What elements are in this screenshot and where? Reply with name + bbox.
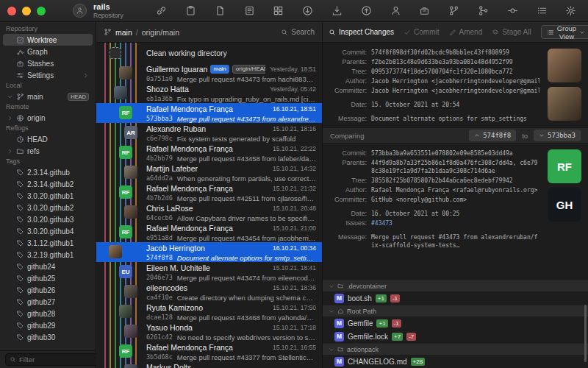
commit-row[interactable]: RFRafael Mendonça França15.10.21, 16:553…: [96, 342, 322, 361]
commit-row[interactable]: RFRafael Mendonça França15.10.21, 21:00e…: [96, 222, 322, 242]
compare-to-dropdown[interactable]: 573bba3: [534, 130, 581, 141]
sidebar-item-github28[interactable]: github28: [3, 308, 93, 319]
chevron-down-icon[interactable]: [329, 308, 334, 314]
sidebar-item-3-2-19-github1[interactable]: 3.2.19.github1: [3, 249, 93, 261]
sidebar-item-github29[interactable]: github29: [3, 319, 93, 331]
sidebar-item-3-0-20-github3[interactable]: 3.0.20.github3: [3, 213, 93, 225]
commit-row[interactable]: Guillermo Iguaranmainorigin/HEAD…Yesterd…: [96, 63, 322, 83]
commit-row[interactable]: EUEileen M. Uchitelle15.10.21, 18:412046…: [96, 262, 322, 282]
close-window-button[interactable]: [7, 7, 16, 15]
sidebar-item-github26[interactable]: github26: [3, 284, 93, 296]
zoom-window-button[interactable]: [37, 7, 46, 15]
list-button[interactable]: [535, 4, 548, 18]
sidebar-item-main[interactable]: mainHEAD: [3, 91, 93, 102]
tag-icon: [16, 322, 24, 330]
commit-row[interactable]: ARAlexandre Ruban15.10.21, 18:16c6e798cF…: [96, 123, 322, 143]
push-button[interactable]: [359, 4, 373, 18]
chevron-right-icon[interactable]: [7, 115, 13, 121]
commit-row[interactable]: RFRafael Mendonça França16.10.21, 18:515…: [96, 103, 322, 123]
commit-row[interactable]: RFRafael Mendonça França15.10.21, 22:224…: [96, 143, 322, 163]
field-label: Message:: [330, 115, 367, 123]
commit-row[interactable]: Martijn Lafeber15.10.21, 14:32a64dd2aWhe…: [96, 163, 322, 183]
tab-commit[interactable]: Commit: [404, 28, 439, 36]
branch-icon: [104, 28, 112, 36]
commit-avatar: [119, 66, 132, 79]
file-row[interactable]: MGemfile+1-1: [323, 316, 588, 330]
commit-dot-button[interactable]: [506, 4, 519, 18]
commit-row[interactable]: Shozo HattaYesterday, 05:42eb1a36bFix ty…: [96, 83, 322, 103]
current-branch-label[interactable]: main: [115, 28, 132, 37]
merge-button[interactable]: [476, 4, 490, 18]
group-view-dropdown[interactable]: Group View: [541, 25, 588, 39]
clipboard-button[interactable]: [184, 4, 197, 18]
branch-button[interactable]: [448, 4, 461, 18]
commit-row[interactable]: Yasuo Honda15.10.21, 17:186261c42No need…: [96, 322, 322, 342]
sidebar-item-stashes[interactable]: Stashes: [3, 57, 93, 69]
notes-button[interactable]: [243, 4, 256, 18]
sidebar-item-3-0-20-github4[interactable]: 3.0.20.github4: [3, 225, 93, 237]
sidebar-item-github25[interactable]: github25: [3, 272, 93, 284]
search-icon: [10, 356, 16, 363]
working-directory-row[interactable]: Clean working directory: [96, 43, 322, 63]
commit-row[interactable]: RFRafael Mendonça França15.10.21, 21:324…: [96, 183, 322, 202]
sidebar-item-2-3-14-github[interactable]: 2.3.14.github: [3, 166, 93, 178]
sidebar-item-label: github24: [27, 263, 89, 271]
sidebar-item-graph[interactable]: Graph: [3, 46, 93, 57]
file-group-row[interactable]: .devcontainer: [323, 280, 588, 291]
file-row[interactable]: MGemfile.lock+7-7: [323, 330, 588, 343]
grid-button[interactable]: [272, 4, 285, 18]
field-value: 573bba3ba9a653551e078802e09e8585e03dd49a: [371, 149, 539, 158]
tab-inspect-changes[interactable]: Inspect Changes: [329, 28, 394, 36]
commit-row[interactable]: Ryuta Kamizono15.10.21, 17:50dcae128Merg…: [96, 302, 322, 322]
sidebar-item-3-0-20-github2[interactable]: 3.0.20.github2: [3, 202, 93, 213]
pull-button[interactable]: [330, 4, 343, 18]
sidebar-item-github24[interactable]: github24: [3, 261, 93, 272]
chevron-down-icon[interactable]: [7, 93, 13, 100]
sidebar-item-head[interactable]: HEAD: [3, 133, 93, 145]
chevron-right-icon[interactable]: [7, 148, 13, 155]
gear-button[interactable]: [564, 4, 578, 18]
link-button[interactable]: [155, 4, 168, 18]
sidebar-item-settings[interactable]: Settings: [3, 69, 93, 81]
commit-row[interactable]: Chris LaRose15.10.21, 20:4864cecb6Allow …: [96, 202, 322, 222]
fetch-button[interactable]: [301, 4, 315, 18]
doc-button[interactable]: [213, 4, 226, 18]
commit-message: Merge pull request #43454 from jacobherr…: [177, 234, 316, 242]
tab-stage-all[interactable]: Stage All: [492, 28, 531, 36]
file-group-row[interactable]: Root Path: [323, 305, 588, 316]
chevron-down-icon[interactable]: [329, 283, 334, 289]
stash-button[interactable]: [418, 4, 431, 18]
ref-badge: origin/HEAD: [232, 65, 265, 74]
sidebar-item-worktree[interactable]: Worktree: [3, 34, 93, 46]
sidebar-item-3-1-12-github1[interactable]: 3.1.12.github1: [3, 237, 93, 249]
user-button[interactable]: [389, 4, 402, 18]
commit-row[interactable]: Markus Dolts: [96, 361, 322, 368]
notes-icon: [244, 5, 255, 16]
sidebar-item-2-3-14-github2[interactable]: 2.3.14.github2: [3, 178, 93, 190]
file-group-row[interactable]: actionpack: [323, 343, 588, 355]
compare-from-dropdown[interactable]: 574f8f8: [469, 130, 516, 141]
file-row[interactable]: MCHANGELOG.md+28: [323, 355, 588, 368]
file-row[interactable]: Mboot.sh+1-1: [323, 291, 588, 305]
merge-icon: [478, 5, 489, 16]
commit-row[interactable]: eileencodes15.10.21, 18:36ca4f10eCreate …: [96, 282, 322, 302]
clock-icon: [16, 135, 24, 144]
commit-date: 15.10.21, 22:22: [268, 145, 316, 152]
status-modified-badge: M: [334, 294, 344, 303]
field-label: Parents:: [330, 159, 367, 175]
sidebar-item-refs[interactable]: refs: [3, 145, 93, 157]
sidebar-item-label: 3.0.20.github3: [27, 216, 89, 224]
commit-author: Eileen M. Uchitelle: [146, 263, 210, 272]
tab-amend[interactable]: Amend: [449, 28, 483, 36]
sidebar-item-github27[interactable]: github27: [3, 296, 93, 308]
sidebar-item-origin[interactable]: origin: [3, 112, 93, 124]
commit-row[interactable]: Jacob Herrington16.10.21, 00:34574f8f8Do…: [96, 242, 322, 262]
scrollbar-thumb[interactable]: [584, 305, 587, 362]
sidebar-item-3-0-20-github1[interactable]: 3.0.20.github1: [3, 190, 93, 202]
commit-details-primary: Commit:574f8f898df30fd02bcdc9b8bb1ec43ff…: [323, 43, 588, 127]
minimize-window-button[interactable]: [22, 7, 31, 15]
sidebar-item-github30[interactable]: github30: [3, 331, 93, 343]
search-button[interactable]: Search: [281, 28, 315, 36]
chevron-down-icon[interactable]: [329, 347, 334, 353]
upstream-branch-label[interactable]: origin/main: [142, 28, 179, 37]
